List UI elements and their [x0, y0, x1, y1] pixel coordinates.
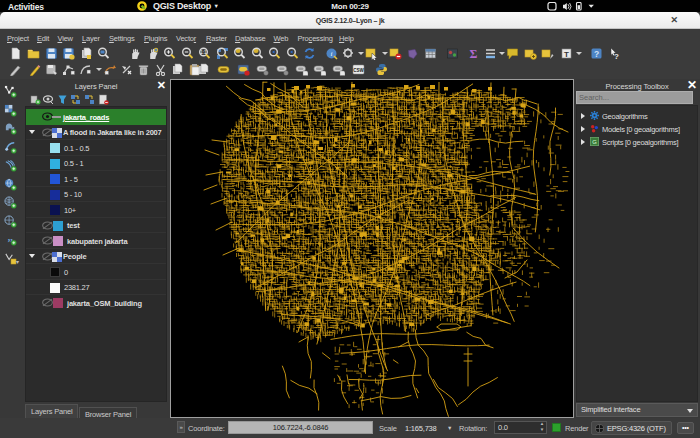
svg-text:T: T	[564, 50, 569, 59]
svg-text:?: ?	[594, 49, 599, 59]
svg-text:Σ: Σ	[470, 47, 478, 60]
svg-text:G: G	[592, 139, 597, 145]
svg-text:1:1: 1:1	[200, 50, 207, 55]
svg-text:?: ?	[614, 52, 619, 61]
svg-text:CSW: CSW	[353, 68, 364, 73]
svg-text:i: i	[331, 50, 333, 58]
